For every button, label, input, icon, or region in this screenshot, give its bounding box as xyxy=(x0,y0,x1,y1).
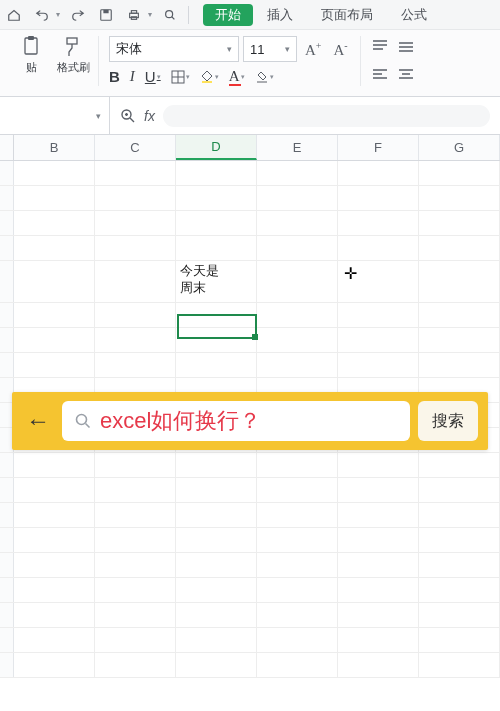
cell[interactable] xyxy=(338,303,419,327)
format-painter-button[interactable]: 格式刷 xyxy=(56,36,90,75)
cell[interactable] xyxy=(14,211,95,235)
cell[interactable] xyxy=(176,303,257,327)
cell[interactable] xyxy=(257,603,338,627)
cell[interactable] xyxy=(419,328,500,352)
cell[interactable] xyxy=(95,503,176,527)
cell[interactable] xyxy=(257,528,338,552)
cell[interactable] xyxy=(338,453,419,477)
cell[interactable] xyxy=(95,161,176,185)
row-header[interactable] xyxy=(0,653,14,677)
cell[interactable] xyxy=(176,628,257,652)
cell[interactable] xyxy=(419,603,500,627)
cell[interactable] xyxy=(419,353,500,377)
cell[interactable] xyxy=(257,478,338,502)
cell[interactable] xyxy=(95,186,176,210)
row-header[interactable] xyxy=(0,236,14,260)
cell[interactable] xyxy=(14,303,95,327)
cell[interactable] xyxy=(176,211,257,235)
cell[interactable] xyxy=(176,236,257,260)
align-top-button[interactable] xyxy=(371,36,389,58)
row-header[interactable] xyxy=(0,628,14,652)
cell[interactable] xyxy=(95,628,176,652)
paste-button[interactable]: 贴 xyxy=(14,36,48,75)
cell[interactable] xyxy=(176,578,257,602)
cell[interactable] xyxy=(257,303,338,327)
formula-input[interactable] xyxy=(163,105,490,127)
cell[interactable] xyxy=(14,603,95,627)
cell[interactable] xyxy=(14,553,95,577)
cell[interactable] xyxy=(419,453,500,477)
row-header[interactable] xyxy=(0,328,14,352)
tab-insert[interactable]: 插入 xyxy=(253,0,307,29)
chevron-down-icon[interactable]: ▾ xyxy=(148,10,152,19)
font-color-button[interactable]: A ▾ xyxy=(229,68,245,85)
fill-color-button[interactable]: ▾ xyxy=(200,70,219,84)
cell[interactable] xyxy=(257,503,338,527)
cell[interactable] xyxy=(257,653,338,677)
print-icon[interactable] xyxy=(124,5,144,25)
zoom-icon[interactable] xyxy=(120,108,136,124)
cell[interactable] xyxy=(14,503,95,527)
col-header[interactable]: G xyxy=(419,135,500,160)
row-header[interactable] xyxy=(0,453,14,477)
cell[interactable] xyxy=(338,578,419,602)
row-header[interactable] xyxy=(0,161,14,185)
cell[interactable] xyxy=(14,453,95,477)
row-header[interactable] xyxy=(0,303,14,327)
cell[interactable] xyxy=(14,478,95,502)
cell[interactable] xyxy=(419,578,500,602)
cell[interactable] xyxy=(176,478,257,502)
cell[interactable] xyxy=(14,653,95,677)
clear-format-button[interactable]: ▾ xyxy=(255,70,274,84)
col-header[interactable]: C xyxy=(95,135,176,160)
cell[interactable] xyxy=(95,236,176,260)
cell[interactable] xyxy=(14,261,95,302)
col-header[interactable]: E xyxy=(257,135,338,160)
cell[interactable] xyxy=(95,328,176,352)
cell[interactable] xyxy=(338,353,419,377)
cell[interactable] xyxy=(257,628,338,652)
row-header[interactable] xyxy=(0,528,14,552)
col-header-selected[interactable]: D xyxy=(176,135,257,160)
cell[interactable] xyxy=(14,528,95,552)
cell[interactable] xyxy=(338,261,419,302)
italic-button[interactable]: I xyxy=(130,68,135,85)
home-icon[interactable] xyxy=(4,5,24,25)
cell[interactable] xyxy=(95,261,176,302)
cell[interactable] xyxy=(257,161,338,185)
cell[interactable] xyxy=(95,211,176,235)
row-header[interactable] xyxy=(0,211,14,235)
cell[interactable] xyxy=(257,236,338,260)
cell[interactable] xyxy=(419,186,500,210)
cell[interactable] xyxy=(257,578,338,602)
chevron-down-icon[interactable]: ▾ xyxy=(56,10,60,19)
cell[interactable] xyxy=(95,553,176,577)
row-header[interactable] xyxy=(0,578,14,602)
cell[interactable] xyxy=(176,503,257,527)
cell[interactable] xyxy=(95,353,176,377)
cell[interactable] xyxy=(176,528,257,552)
cell[interactable] xyxy=(257,261,338,302)
cell[interactable] xyxy=(257,211,338,235)
name-box[interactable]: ▾ xyxy=(0,97,110,134)
cell[interactable] xyxy=(338,528,419,552)
cell[interactable] xyxy=(338,478,419,502)
cell[interactable] xyxy=(419,161,500,185)
col-header[interactable]: B xyxy=(14,135,95,160)
cell[interactable] xyxy=(338,603,419,627)
preview-icon[interactable] xyxy=(160,5,180,25)
cell[interactable] xyxy=(176,328,257,352)
cell[interactable] xyxy=(95,653,176,677)
tab-formula[interactable]: 公式 xyxy=(387,0,441,29)
cell[interactable] xyxy=(338,553,419,577)
align-middle-button[interactable] xyxy=(397,36,415,58)
cell[interactable] xyxy=(338,186,419,210)
cell[interactable] xyxy=(338,628,419,652)
cell[interactable] xyxy=(338,236,419,260)
cell[interactable] xyxy=(95,603,176,627)
align-left-button[interactable] xyxy=(371,64,389,86)
tab-pagelayout[interactable]: 页面布局 xyxy=(307,0,387,29)
cell[interactable] xyxy=(14,161,95,185)
cell[interactable] xyxy=(176,553,257,577)
cell[interactable] xyxy=(95,478,176,502)
